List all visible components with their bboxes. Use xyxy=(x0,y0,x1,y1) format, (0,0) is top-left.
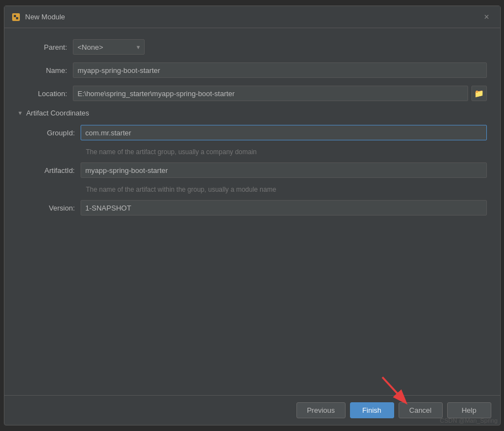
parent-row: Parent: <None> ▼ xyxy=(18,39,487,55)
watermark-text: CSDN @Man_Spring xyxy=(438,416,500,425)
location-input[interactable] xyxy=(73,86,468,101)
version-input[interactable] xyxy=(81,200,487,216)
title-bar-left: New Module xyxy=(11,12,65,22)
dialog-footer: Previous Finish Cancel Help CSDN @Man_Sp… xyxy=(4,395,500,425)
svg-rect-2 xyxy=(16,17,18,19)
name-row: Name: xyxy=(18,62,487,78)
artifactid-input[interactable] xyxy=(81,162,487,178)
name-label: Name: xyxy=(18,66,73,75)
artifact-section-title: Artifact Coordinates xyxy=(26,109,89,117)
location-row: Location: 📁 xyxy=(18,86,487,101)
parent-select-wrapper: <None> ▼ xyxy=(73,39,145,55)
location-label: Location: xyxy=(18,90,73,98)
groupid-hint: The name of the artifact group, usually … xyxy=(86,148,487,156)
folder-icon: 📁 xyxy=(474,89,484,98)
parent-label: Parent: xyxy=(18,43,73,51)
artifactid-hint: The name of the artifact within the grou… xyxy=(86,186,487,193)
browse-folder-button[interactable]: 📁 xyxy=(471,86,487,101)
name-input[interactable] xyxy=(73,62,487,78)
new-module-dialog: New Module × Parent: <None> ▼ Name: Loca… xyxy=(4,6,501,425)
location-wrapper: 📁 xyxy=(73,86,487,101)
parent-select[interactable]: <None> xyxy=(73,39,145,55)
artifact-section-content: GroupId: The name of the artifact group,… xyxy=(25,125,487,216)
dialog-title: New Module xyxy=(25,13,65,21)
artifactid-row: ArtifactId: xyxy=(25,162,487,178)
finish-button[interactable]: Finish xyxy=(350,402,394,418)
artifactid-label: ArtifactId: xyxy=(25,166,81,175)
dialog-content: Parent: <None> ▼ Name: Location: 📁 xyxy=(4,28,500,395)
version-label: Version: xyxy=(25,204,81,212)
cancel-button[interactable]: Cancel xyxy=(399,402,443,418)
svg-rect-1 xyxy=(14,15,16,17)
previous-button[interactable]: Previous xyxy=(296,402,346,418)
artifact-section-header[interactable]: ▼ Artifact Coordinates xyxy=(18,109,487,117)
title-bar: New Module × xyxy=(4,6,500,28)
groupid-row: GroupId: xyxy=(25,125,487,140)
module-icon xyxy=(11,12,21,22)
section-collapse-icon: ▼ xyxy=(18,110,23,116)
close-button[interactable]: × xyxy=(480,10,494,24)
groupid-input[interactable] xyxy=(81,125,487,140)
version-row: Version: xyxy=(25,200,487,216)
groupid-label: GroupId: xyxy=(25,129,81,137)
